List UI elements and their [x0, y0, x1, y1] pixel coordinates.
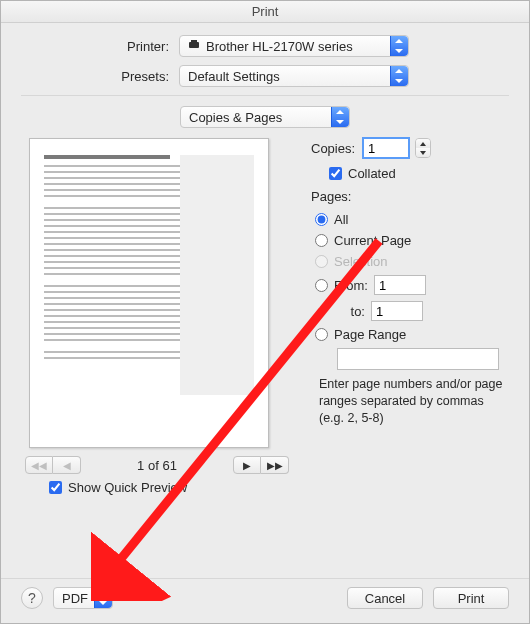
nav-first-button[interactable]: ◀◀	[25, 456, 53, 474]
chevron-updown-icon	[390, 36, 408, 56]
printer-value: Brother HL-2170W series	[206, 39, 353, 54]
pages-current-label: Current Page	[334, 233, 411, 248]
print-button[interactable]: Print	[433, 587, 509, 609]
divider	[21, 95, 509, 96]
nav-next-button[interactable]: ▶	[233, 456, 261, 474]
pages-radio-from[interactable]: From:	[315, 275, 509, 295]
pages-radio-all[interactable]: All	[315, 212, 509, 227]
pages-range-label: Page Range	[334, 327, 406, 342]
presets-value: Default Settings	[188, 69, 280, 84]
presets-popup[interactable]: Default Settings	[179, 65, 409, 87]
chevron-updown-icon	[94, 588, 112, 608]
collated-checkbox[interactable]	[329, 167, 342, 180]
pages-range-input[interactable]	[337, 348, 499, 370]
pages-to-label: to:	[337, 304, 365, 319]
printer-label: Printer:	[21, 39, 179, 54]
pdf-popup-label: PDF	[62, 591, 88, 606]
pages-all-label: All	[334, 212, 348, 227]
presets-label: Presets:	[21, 69, 179, 84]
printer-popup[interactable]: Brother HL-2170W series	[179, 35, 409, 57]
copies-input[interactable]	[363, 138, 409, 158]
help-icon: ?	[28, 590, 36, 606]
help-button[interactable]: ?	[21, 587, 43, 609]
pages-radio-range[interactable]: Page Range	[315, 327, 509, 342]
section-popup[interactable]: Copies & Pages	[180, 106, 350, 128]
copies-stepper[interactable]	[415, 138, 431, 158]
collated-label: Collated	[348, 166, 396, 181]
nav-last-button[interactable]: ▶▶	[261, 456, 289, 474]
pdf-popup[interactable]: PDF	[53, 587, 113, 609]
show-quick-preview-checkbox[interactable]	[49, 481, 62, 494]
pages-range-hint: Enter page numbers and/or page ranges se…	[319, 376, 509, 427]
cancel-button[interactable]: Cancel	[347, 587, 423, 609]
stepper-up-icon[interactable]	[416, 139, 430, 148]
print-preview-page	[29, 138, 269, 448]
pages-radio-current[interactable]: Current Page	[315, 233, 509, 248]
copies-label: Copies:	[311, 141, 355, 156]
pages-from-label: From:	[334, 278, 368, 293]
pages-radio-selection: Selection	[315, 254, 509, 269]
nav-prev-button[interactable]: ◀	[53, 456, 81, 474]
pages-label: Pages:	[311, 189, 351, 204]
stepper-down-icon[interactable]	[416, 148, 430, 157]
chevron-updown-icon	[390, 66, 408, 86]
printer-icon	[188, 40, 200, 52]
section-popup-label: Copies & Pages	[189, 110, 282, 125]
window-title: Print	[1, 1, 529, 23]
page-indicator: 1 of 61	[112, 458, 202, 473]
pages-to-input[interactable]	[371, 301, 423, 321]
pages-from-input[interactable]	[374, 275, 426, 295]
chevron-updown-icon	[331, 107, 349, 127]
show-quick-preview-label: Show Quick Preview	[68, 480, 187, 495]
pages-selection-label: Selection	[334, 254, 387, 269]
